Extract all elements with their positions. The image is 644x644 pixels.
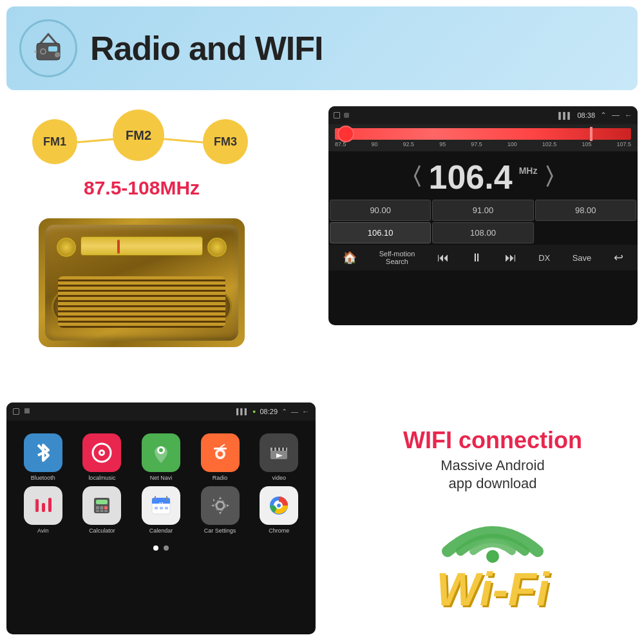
app-item-calendar[interactable]: 17 Calendar [134,486,188,534]
page-dot-2 [164,545,169,551]
svg-rect-15 [214,448,227,450]
svg-point-12 [159,448,163,452]
clapperboard-icon [267,441,290,464]
freq-circle [337,126,354,142]
freq-bar [335,128,631,140]
equalizer-icon [32,494,55,517]
svg-rect-25 [42,503,45,512]
avin-app-icon [24,486,62,525]
wifi-letter: Wi-Fi [436,563,549,616]
preset-108[interactable]: 108.00 [432,222,533,243]
app-item-calculator[interactable]: Calculator [75,486,129,534]
svg-point-14 [218,451,223,457]
preset-98[interactable]: 98.00 [535,200,636,221]
screen-icon-1 [334,112,340,118]
close-icon: ← [625,111,632,120]
app-item-netnavi[interactable]: Net Navi [134,433,188,481]
svg-rect-5 [48,46,57,52]
app-item-bluetooth[interactable]: Bluetooth [16,433,70,481]
svg-rect-24 [35,499,39,512]
current-freq: 106.4 [429,158,513,196]
dx-button[interactable]: DX [538,253,550,263]
self-motion-search-button[interactable]: Self-motion Search [379,250,415,265]
svg-rect-31 [100,506,104,509]
svg-rect-30 [96,506,99,509]
video-app-icon [260,433,298,472]
app-item-localmusic[interactable]: localmusic [75,433,129,481]
radio-dial [80,236,203,256]
fm3-bubble: FM3 [203,119,248,164]
play-pause-button[interactable]: ⏸ [471,251,482,265]
svg-line-16 [220,444,225,448]
gear-icon [209,494,232,517]
app-item-avin[interactable]: Avin [16,486,70,534]
android-top-bar: ▌▌▌ ● 08:29 ⌃ — ← [6,402,316,421]
app-item-carsettings[interactable]: Car Settings [193,486,247,534]
svg-point-4 [41,50,45,53]
netnavi-app-icon [142,433,180,472]
android-icon-rect [24,408,30,413]
wifi-subtitle-line2: app download [448,475,536,491]
freq-right-arrow[interactable]: 〉 [544,162,567,193]
chrome-icon-svg [267,494,290,517]
home-button[interactable]: 🏠 [343,251,357,265]
android-signal: ▌▌▌ [236,408,249,415]
mhz-label: MHz [519,166,538,176]
video-label: video [272,475,286,481]
android-battery: ● [252,408,256,415]
freq-marker [590,127,592,141]
svg-rect-29 [96,500,108,504]
minimize-icon: — [612,111,620,120]
app-item-chrome[interactable]: Chrome [252,486,306,534]
svg-rect-21 [280,448,282,451]
calendar-app-icon: 17 [142,486,180,525]
maps-icon [149,441,173,464]
radio-knob-right [207,238,227,257]
radio-icon-circle [19,19,77,77]
freq-labels: 87.59092.595 97.5100102.5105107.5 [335,141,631,147]
app-item-video[interactable]: video [252,433,306,481]
app-item-radio[interactable]: Radio [193,433,247,481]
screen-top-icons-left [334,112,349,118]
carsettings-app-icon [201,486,240,525]
calculator-app-icon [82,486,121,525]
next-button[interactable]: ⏭ [505,251,516,265]
calculator-label: Calculator [89,527,115,534]
android-minimize: — [291,408,298,415]
android-top-right: ▌▌▌ ● 08:29 ⌃ — ← [236,408,309,416]
app-grid: Bluetooth localmusic Net Nav [6,421,316,540]
radio-app-icon-img [201,433,240,472]
fm-line-1 [76,138,115,143]
radio-app-label: Radio [213,475,228,481]
back-button[interactable]: ↩ [614,251,623,265]
android-screen: ▌▌▌ ● 08:29 ⌃ — ← Bluetooth [6,402,316,634]
svg-rect-32 [104,506,108,509]
screen-icon-2 [344,113,349,118]
android-back: ← [302,408,309,415]
avin-label: Avin [37,527,48,534]
freq-range-text: 87.5-108MHz [6,177,277,199]
prev-button[interactable]: ⏮ [437,251,449,265]
radio-body [45,225,238,341]
radio-icon [29,29,68,68]
localmusic-app-icon [82,433,121,472]
svg-point-45 [216,502,224,509]
wifi-logo: Wi-Fi [422,500,564,616]
freq-slider-area[interactable]: 87.59092.595 97.5100102.5105107.5 [328,124,638,151]
page-dot-1 [153,545,158,551]
radio-app-symbol [209,441,232,464]
preset-91[interactable]: 91.00 [432,200,533,221]
svg-rect-34 [100,510,104,512]
svg-text:17: 17 [159,502,164,506]
preset-90[interactable]: 90.00 [330,200,431,221]
carsettings-label: Car Settings [204,527,236,534]
fm1-bubble: FM1 [32,119,77,164]
svg-line-0 [41,34,48,43]
freq-left-arrow[interactable]: 〈 [399,162,422,193]
banner-title: Radio and WIFI [90,29,323,68]
android-expand: ⌃ [281,408,287,416]
netnavi-label: Net Navi [150,475,173,481]
save-button[interactable]: Save [573,253,592,263]
wifi-title: WIFI connection [403,428,582,453]
svg-line-1 [48,34,56,43]
